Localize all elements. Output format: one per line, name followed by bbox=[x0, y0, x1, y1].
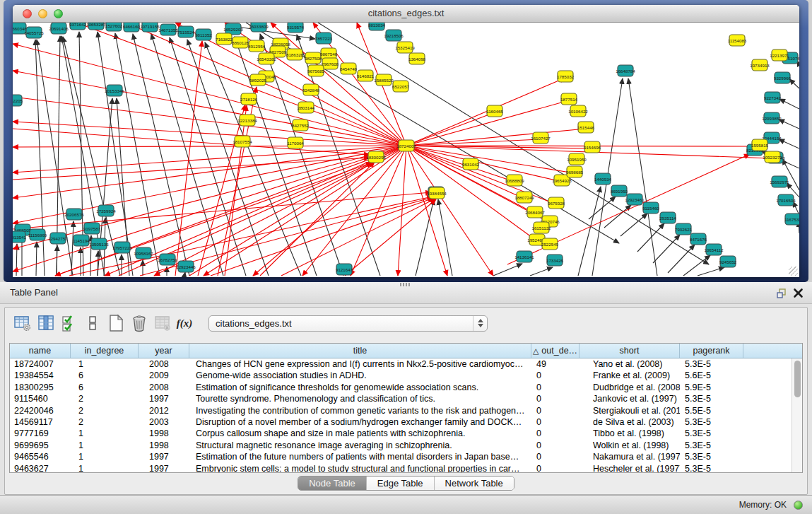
network-edge[interactable] bbox=[16, 244, 17, 276]
column-header-out_degree[interactable]: △out_de… bbox=[531, 344, 579, 358]
table-row[interactable]: 946362711997Embryonic stem cells: a mode… bbox=[10, 463, 792, 472]
network-node[interactable]: 1733426 bbox=[546, 255, 564, 266]
network-node[interactable]: 18107554 bbox=[233, 136, 252, 147]
close-window-button[interactable] bbox=[23, 9, 32, 18]
network-node[interactable]: 10688809 bbox=[505, 175, 524, 186]
network-node[interactable]: 9698685 bbox=[566, 166, 584, 177]
column-header-name[interactable]: name bbox=[10, 344, 71, 358]
network-node[interactable]: 19734913 bbox=[750, 59, 770, 71]
network-node[interactable]: 1160465 bbox=[486, 105, 503, 117]
network-edge[interactable] bbox=[530, 267, 553, 276]
network-node[interactable]: 8427552 bbox=[292, 119, 310, 131]
network-node[interactable]: 7163822 bbox=[216, 33, 233, 45]
network-edge[interactable] bbox=[189, 162, 374, 276]
network-node[interactable]: 8454749 bbox=[340, 63, 358, 74]
network-node[interactable]: 8860128 bbox=[232, 37, 249, 48]
network-node[interactable]: 12942757 bbox=[48, 233, 68, 244]
network-edge[interactable] bbox=[345, 199, 436, 276]
network-node[interactable]: 9675928 bbox=[548, 197, 565, 209]
network-edge[interactable] bbox=[198, 105, 245, 276]
network-node[interactable]: 6522057 bbox=[392, 81, 410, 92]
network-node[interactable]: 13505135 bbox=[89, 238, 109, 250]
table-row[interactable]: 911546021997Tourette syndrome. Phenomeno… bbox=[10, 393, 792, 404]
network-node[interactable]: 2935114 bbox=[659, 212, 676, 223]
network-node[interactable]: 9121647 bbox=[336, 264, 353, 275]
network-edge[interactable] bbox=[779, 99, 799, 109]
network-edge[interactable] bbox=[406, 129, 586, 146]
network-node[interactable]: 11154083 bbox=[728, 35, 747, 46]
column-select-icon[interactable] bbox=[37, 314, 55, 332]
network-node[interactable]: 2522549 bbox=[541, 238, 559, 250]
network-node[interactable]: 9115460 bbox=[642, 202, 659, 214]
column-header-pagerank[interactable]: pagerank bbox=[680, 344, 743, 358]
window-resize-grip[interactable] bbox=[789, 267, 798, 276]
network-node[interactable]: 8813034 bbox=[368, 23, 386, 30]
network-node[interactable]: 20206576 bbox=[64, 209, 84, 220]
network-edge[interactable] bbox=[653, 235, 680, 263]
network-node[interactable]: 2803144 bbox=[298, 102, 315, 113]
network-node[interactable]: 9242848 bbox=[302, 84, 320, 95]
network-node[interactable]: 16151132 bbox=[531, 222, 551, 233]
network-node[interactable]: 9146821 bbox=[357, 70, 375, 81]
network-edge[interactable] bbox=[698, 267, 724, 276]
new-document-icon[interactable] bbox=[107, 314, 125, 332]
network-node[interactable]: 6466160 bbox=[123, 23, 141, 32]
network-edge[interactable] bbox=[13, 71, 406, 146]
table-selector[interactable]: citations_edges.txt bbox=[208, 315, 488, 332]
network-edge[interactable] bbox=[416, 199, 434, 276]
minimize-window-button[interactable] bbox=[38, 9, 47, 18]
table-row[interactable]: 946554611997Estimation of the future num… bbox=[10, 451, 792, 462]
panel-divider-grip[interactable] bbox=[400, 283, 410, 286]
network-node[interactable]: 7932621 bbox=[675, 223, 693, 235]
network-node[interactable]: 16648784 bbox=[616, 65, 635, 76]
network-node[interactable]: 9197587 bbox=[83, 223, 101, 234]
network-edge[interactable] bbox=[789, 79, 799, 88]
network-node[interactable]: 9827508 bbox=[305, 52, 322, 64]
network-node[interactable]: 17957223 bbox=[112, 242, 132, 253]
network-node[interactable]: 18724007 bbox=[396, 140, 416, 151]
network-node[interactable]: 9371642 bbox=[69, 23, 87, 30]
network-node[interactable]: 20691406 bbox=[49, 23, 69, 34]
network-node[interactable]: 2032205 bbox=[13, 95, 23, 106]
network-node[interactable]: 12093852 bbox=[762, 112, 782, 124]
network-node[interactable]: 1145194 bbox=[73, 235, 90, 246]
network-node[interactable]: 10653287 bbox=[86, 23, 106, 30]
network-node[interactable]: 14055725 bbox=[24, 27, 44, 38]
network-node[interactable]: 17016504 bbox=[776, 194, 796, 206]
network-node[interactable]: 1785032 bbox=[557, 71, 575, 82]
network-node[interactable]: 9227342 bbox=[764, 92, 782, 103]
network-edge[interactable] bbox=[578, 187, 601, 276]
network-node[interactable]: 9631042 bbox=[462, 158, 480, 170]
network-edge[interactable] bbox=[779, 139, 799, 148]
network-node[interactable]: 16543382 bbox=[257, 53, 276, 64]
table-row[interactable]: 1938455462009Genome-wide association stu… bbox=[10, 370, 792, 381]
network-edge[interactable] bbox=[406, 146, 514, 182]
table-row[interactable]: 2242004622012Investigating the contribut… bbox=[10, 405, 792, 416]
network-node[interactable]: 3913541 bbox=[13, 231, 27, 243]
network-node[interactable]: 20684067 bbox=[525, 206, 545, 218]
network-edge[interactable] bbox=[119, 163, 372, 276]
column-header-short[interactable]: short bbox=[579, 344, 680, 358]
tab-network-table[interactable]: Network Table bbox=[434, 477, 514, 490]
network-edge[interactable] bbox=[589, 197, 616, 219]
network-edge[interactable] bbox=[13, 122, 406, 146]
network-node[interactable]: 9245652 bbox=[719, 256, 737, 267]
select-rows-icon[interactable] bbox=[60, 314, 78, 332]
network-node[interactable]: 1170064 bbox=[287, 137, 304, 148]
network-edge[interactable] bbox=[406, 112, 495, 146]
network-node[interactable]: 10951950 bbox=[567, 153, 587, 165]
network-edge[interactable] bbox=[184, 272, 185, 276]
network-node[interactable]: 8471676 bbox=[690, 233, 707, 245]
network-node[interactable]: 9892025 bbox=[249, 74, 267, 86]
column-header-title[interactable]: title bbox=[189, 344, 531, 358]
network-node[interactable]: 9329966 bbox=[774, 72, 792, 83]
network-node[interactable]: 10958167 bbox=[134, 247, 153, 259]
network-node[interactable]: 16033809 bbox=[249, 23, 269, 32]
network-node[interactable]: 12923461 bbox=[625, 194, 645, 205]
network-node[interactable]: 20153346 bbox=[105, 85, 124, 96]
network-node[interactable]: 12213971 bbox=[770, 49, 789, 61]
column-header-in_degree[interactable]: in_degree bbox=[71, 344, 139, 358]
function-builder-icon[interactable]: f(x) bbox=[177, 314, 195, 332]
table-settings-icon[interactable] bbox=[13, 314, 32, 332]
network-node[interactable]: 19384554 bbox=[427, 187, 447, 199]
